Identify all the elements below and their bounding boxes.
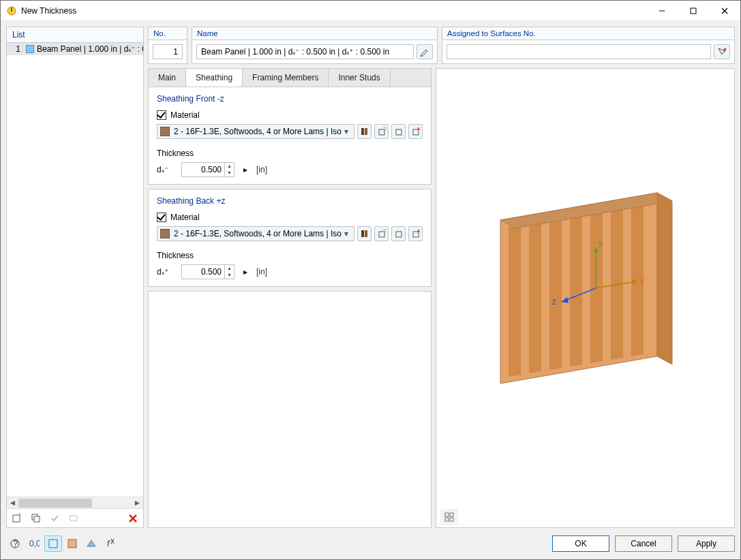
back-material-dropdown[interactable]: 2 - 16F-1.3E, Softwoods, 4 or More Lams …: [157, 226, 354, 241]
main-panel: No. Name Assigned to Surfaces No.: [148, 27, 735, 528]
scroll-track[interactable]: [18, 497, 132, 509]
svg-text:x: x: [640, 276, 644, 285]
scroll-right-icon[interactable]: ►: [132, 497, 143, 509]
svg-rect-22: [365, 230, 367, 237]
svg-rect-9: [70, 516, 77, 520]
mid-row: Main Sheathing Framing Members Inner Stu…: [148, 68, 735, 528]
pick-surfaces-button[interactable]: [714, 44, 730, 59]
chevron-down-icon: ▾: [342, 127, 351, 136]
svg-text:x: x: [110, 538, 115, 546]
stepper-next-icon[interactable]: ▸: [240, 162, 251, 177]
window-title: New Thickness: [21, 6, 646, 16]
spinner-up-icon[interactable]: ▲: [224, 163, 234, 170]
svg-rect-14: [361, 128, 364, 135]
ok-button[interactable]: OK: [552, 535, 609, 552]
top-fields-row: No. Name Assigned to Surfaces No.: [148, 27, 735, 64]
apply-button[interactable]: Apply: [678, 535, 735, 552]
scroll-thumb[interactable]: [18, 499, 92, 508]
svg-text:z: z: [552, 297, 556, 307]
name-input[interactable]: [196, 44, 414, 59]
list-body[interactable]: 1 Beam Panel | 1.000 in | dₛ⁻ : 0.50: [7, 43, 143, 497]
preview-settings-button[interactable]: [440, 509, 458, 525]
edit-name-button[interactable]: [417, 44, 433, 59]
render-button[interactable]: [82, 535, 100, 552]
back-title: Sheathing Back +z: [157, 196, 423, 206]
front-material-checkbox[interactable]: [157, 110, 166, 120]
list-h-scrollbar[interactable]: ◄ ►: [7, 497, 143, 508]
tag-button: [65, 510, 83, 527]
no-header: No.: [149, 27, 187, 40]
preview-toolbar: [436, 507, 734, 527]
units-button[interactable]: 0,00: [25, 535, 43, 552]
delete-item-button[interactable]: [124, 510, 142, 527]
svg-rect-1: [11, 7, 12, 12]
spinner-down-icon[interactable]: ▼: [224, 272, 234, 279]
list-item-index: 1: [7, 44, 23, 54]
svg-rect-17: [396, 129, 402, 135]
name-field-group: Name: [192, 27, 438, 64]
upper-row: List 1 Beam Panel | 1.000 in | dₛ⁻ : 0.5…: [6, 27, 735, 528]
stepper-next-icon[interactable]: ▸: [240, 264, 251, 279]
spinner-down-icon[interactable]: ▼: [224, 170, 234, 176]
svg-rect-16: [379, 129, 384, 135]
preview-3d-icon: x y z: [463, 166, 708, 411]
list-item-swatch: [26, 45, 34, 53]
list-item-label: Beam Panel | 1.000 in | dₛ⁻ : 0.50: [37, 44, 143, 54]
assigned-field-group: Assigned to Surfaces No.: [442, 27, 735, 64]
svg-rect-54: [49, 540, 57, 548]
sheathing-front-section: Sheathing Front -z Material 2 - 16F-1.3E…: [148, 87, 432, 185]
material-delete-button[interactable]: [408, 124, 423, 139]
tab-framing-members[interactable]: Framing Members: [243, 69, 329, 87]
material-new-button[interactable]: [374, 124, 389, 139]
svg-marker-29: [509, 225, 521, 377]
material-edit-button[interactable]: [391, 226, 406, 241]
svg-rect-55: [68, 540, 76, 548]
front-material-value: 2 - 16F-1.3E, Softwoods, 4 or More Lams …: [174, 127, 342, 136]
list-panel: List 1 Beam Panel | 1.000 in | dₛ⁻ : 0.5…: [6, 27, 144, 528]
chevron-down-icon: ▾: [342, 229, 351, 238]
list-header: List: [7, 27, 143, 43]
no-field-group: No.: [148, 27, 187, 64]
lower-row: ? 0,00 fx OK Cancel Apply: [6, 533, 735, 554]
scroll-left-icon[interactable]: ◄: [7, 497, 18, 509]
material-library-button[interactable]: [357, 226, 372, 241]
svg-rect-8: [34, 516, 40, 522]
maximize-button[interactable]: [678, 1, 709, 21]
color-button[interactable]: [63, 535, 81, 552]
function-button[interactable]: fx: [102, 535, 119, 552]
svg-rect-3: [691, 8, 696, 14]
empty-section: [148, 291, 432, 528]
minimize-button[interactable]: [646, 1, 678, 21]
close-button[interactable]: [709, 1, 740, 21]
help-button[interactable]: ?: [6, 535, 24, 552]
assigned-input[interactable]: [447, 44, 711, 59]
svg-rect-21: [361, 230, 364, 237]
svg-rect-6: [13, 515, 20, 522]
view-mode-button[interactable]: [44, 535, 62, 552]
copy-item-button[interactable]: [27, 510, 45, 527]
cancel-button[interactable]: Cancel: [615, 535, 672, 552]
front-thickness-input[interactable]: 0.500 ▲▼: [181, 162, 235, 177]
tab-sheathing[interactable]: Sheathing: [186, 69, 243, 87]
svg-marker-37: [657, 193, 672, 364]
material-edit-button[interactable]: [391, 124, 406, 139]
svg-rect-25: [413, 232, 419, 237]
tab-main[interactable]: Main: [149, 69, 186, 87]
back-material-checkbox[interactable]: [157, 213, 166, 222]
front-thickness-label: Thickness: [157, 149, 423, 158]
material-swatch-icon: [160, 127, 170, 136]
list-item[interactable]: 1 Beam Panel | 1.000 in | dₛ⁻ : 0.50: [7, 43, 143, 55]
back-thickness-input[interactable]: 0.500 ▲▼: [181, 264, 235, 279]
tab-inner-studs[interactable]: Inner Studs: [329, 69, 390, 87]
spinner-up-icon[interactable]: ▲: [224, 265, 234, 272]
material-delete-button[interactable]: [408, 226, 423, 241]
new-item-button[interactable]: [8, 510, 26, 527]
preview-canvas[interactable]: x y z: [436, 69, 734, 507]
content-area: List 1 Beam Panel | 1.000 in | dₛ⁻ : 0.5…: [1, 21, 740, 559]
material-library-button[interactable]: [357, 124, 372, 139]
svg-rect-24: [396, 232, 402, 237]
no-input[interactable]: [153, 44, 183, 59]
svg-rect-48: [450, 513, 453, 516]
material-new-button[interactable]: [374, 226, 389, 241]
front-material-dropdown[interactable]: 2 - 16F-1.3E, Softwoods, 4 or More Lams …: [157, 124, 354, 139]
